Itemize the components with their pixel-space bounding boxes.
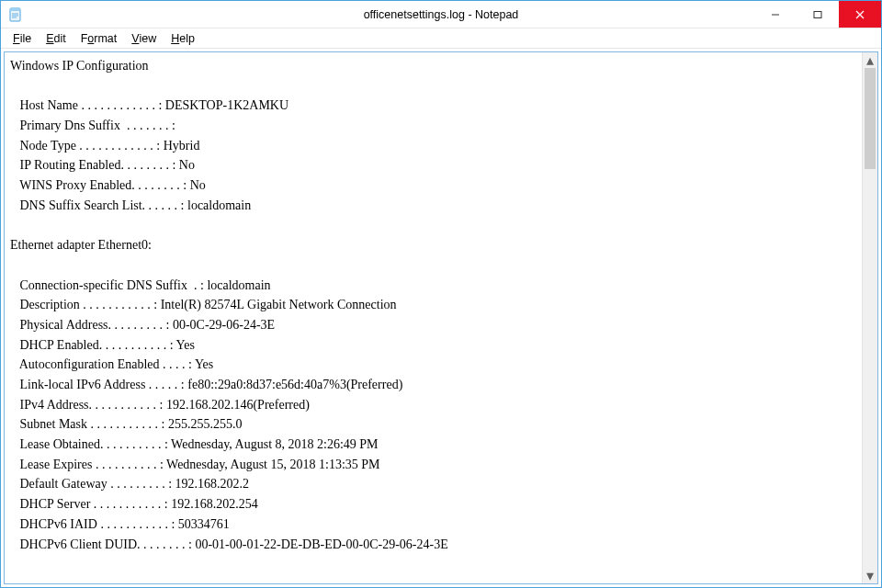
notepad-window: officenetsettings.log - Notepad File	[0, 0, 882, 588]
minimize-button[interactable]	[754, 1, 797, 28]
svg-rect-6	[814, 11, 821, 17]
scroll-track[interactable]	[863, 68, 877, 568]
menu-file[interactable]: File	[6, 31, 38, 46]
menu-format[interactable]: Format	[74, 31, 124, 46]
menu-edit[interactable]: Edit	[40, 31, 73, 46]
editor-frame: Windows IP Configuration Host Name . . .…	[4, 51, 878, 584]
maximize-button[interactable]	[797, 1, 839, 28]
scroll-up-button[interactable]: ▴	[863, 52, 877, 68]
menu-help[interactable]: Help	[164, 31, 201, 46]
maximize-icon	[813, 10, 822, 19]
chevron-down-icon: ▾	[866, 567, 874, 584]
scroll-thumb[interactable]	[865, 68, 876, 169]
minimize-icon	[771, 10, 780, 19]
svg-rect-1	[10, 8, 20, 11]
close-icon	[855, 10, 865, 19]
text-editor[interactable]: Windows IP Configuration Host Name . . .…	[5, 52, 862, 583]
window-title: officenetsettings.log - Notepad	[1, 8, 881, 21]
window-controls	[754, 1, 881, 28]
close-button[interactable]	[839, 1, 881, 28]
titlebar[interactable]: officenetsettings.log - Notepad	[1, 1, 881, 28]
app-icon	[8, 7, 23, 22]
vertical-scrollbar[interactable]: ▴ ▾	[862, 52, 877, 583]
chevron-up-icon: ▴	[866, 51, 874, 69]
menu-view[interactable]: View	[125, 31, 163, 46]
menubar: File Edit Format View Help	[1, 28, 881, 49]
client-area: Windows IP Configuration Host Name . . .…	[1, 49, 881, 587]
scroll-down-button[interactable]: ▾	[863, 568, 877, 583]
